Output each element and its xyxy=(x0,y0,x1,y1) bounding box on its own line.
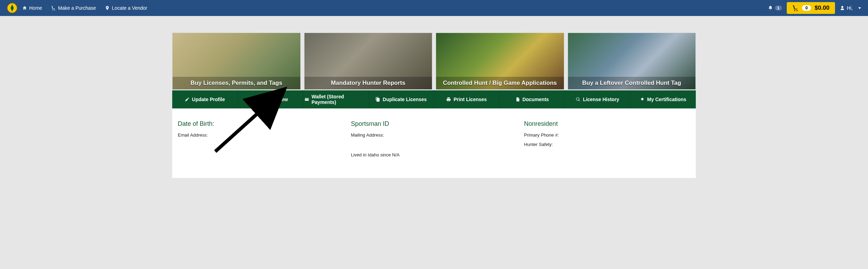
dob-heading: Date of Birth: xyxy=(178,120,344,128)
primary-nav: Home Make a Purchase Locate a Vendor xyxy=(22,5,768,11)
feature-tiles: Buy Licenses, Permits, and Tags Mandator… xyxy=(172,33,696,90)
cart-total: $0.00 xyxy=(815,5,829,11)
user-icon xyxy=(840,6,845,10)
action-label: License History xyxy=(583,97,619,102)
action-label: Print Licenses xyxy=(453,97,487,102)
badge-icon xyxy=(640,97,645,102)
tile-caption: Buy Licenses, Permits, and Tags xyxy=(173,77,300,89)
greeting-label: Hi, xyxy=(847,5,853,11)
cart-icon xyxy=(51,6,56,10)
profile-col-1: Date of Birth: Email Address: xyxy=(178,120,344,164)
nav-purchase-label: Make a Purchase xyxy=(58,5,96,11)
home-icon xyxy=(22,6,27,10)
tile-caption: Controlled Hunt / Big Game Applications xyxy=(436,77,564,89)
action-bar: Update Profile Auto Renew Wallet (Stored… xyxy=(172,90,696,108)
action-update-profile[interactable]: Update Profile xyxy=(172,90,238,108)
gear-icon xyxy=(252,97,257,102)
cart-count: 0 xyxy=(802,5,811,11)
action-auto-renew[interactable]: Auto Renew xyxy=(238,90,303,108)
page-content: Buy Licenses, Permits, and Tags Mandator… xyxy=(172,16,696,178)
notifications-button[interactable]: 1 xyxy=(768,6,782,10)
sportsman-heading: Sportsman ID xyxy=(351,120,517,128)
safety-label: Hunter Safety: xyxy=(524,142,690,147)
search-icon xyxy=(576,97,581,102)
nav-home[interactable]: Home xyxy=(22,5,42,11)
nav-home-label: Home xyxy=(29,5,42,11)
action-label: Duplicate Licenses xyxy=(383,97,427,102)
user-menu[interactable]: Hi, xyxy=(840,5,861,11)
bell-icon xyxy=(768,6,773,10)
credit-card-icon xyxy=(304,97,309,102)
mailing-label: Mailing Address: xyxy=(351,132,517,138)
profile-panel: Date of Birth: Email Address: Sportsman … xyxy=(172,108,696,178)
chevron-down-icon xyxy=(858,7,861,9)
action-duplicate[interactable]: Duplicate Licenses xyxy=(369,90,434,108)
action-history[interactable]: License History xyxy=(565,90,631,108)
action-label: Update Profile xyxy=(192,97,225,102)
print-icon xyxy=(446,97,451,102)
action-label: Wallet (Stored Payments) xyxy=(311,94,367,105)
action-wallet[interactable]: Wallet (Stored Payments) xyxy=(303,90,369,108)
map-pin-icon xyxy=(105,6,110,10)
action-label: Documents xyxy=(523,97,549,102)
cart-icon xyxy=(792,5,799,11)
profile-col-3: Nonresident Primary Phone #: Hunter Safe… xyxy=(524,120,690,164)
document-icon xyxy=(515,97,520,102)
cart-button[interactable]: 0 $0.00 xyxy=(787,2,835,14)
top-navbar: Home Make a Purchase Locate a Vendor 1 0… xyxy=(0,0,868,16)
notifications-count: 1 xyxy=(775,6,782,10)
tile-leftover-tag[interactable]: Buy a Leftover Controlled Hunt Tag xyxy=(568,33,696,90)
tile-hunter-reports[interactable]: Mandatory Hunter Reports xyxy=(304,33,433,90)
nav-vendor[interactable]: Locate a Vendor xyxy=(105,5,147,11)
phone-label: Primary Phone #: xyxy=(524,132,690,138)
action-print[interactable]: Print Licenses xyxy=(434,90,500,108)
profile-col-2: Sportsman ID Mailing Address: Lived in I… xyxy=(351,120,517,164)
residency-heading: Nonresident xyxy=(524,120,690,128)
header-right: 1 0 $0.00 Hi, xyxy=(768,2,861,14)
agency-logo xyxy=(7,3,17,13)
action-label: My Certifications xyxy=(647,97,686,102)
action-certifications[interactable]: My Certifications xyxy=(631,90,696,108)
nav-purchase[interactable]: Make a Purchase xyxy=(51,5,96,11)
edit-icon xyxy=(185,97,190,102)
copy-icon xyxy=(375,97,380,102)
action-label: Auto Renew xyxy=(260,97,288,102)
tile-controlled-hunt[interactable]: Controlled Hunt / Big Game Applications xyxy=(436,33,564,90)
action-documents[interactable]: Documents xyxy=(500,90,565,108)
tile-caption: Mandatory Hunter Reports xyxy=(304,77,432,89)
tile-buy-licenses[interactable]: Buy Licenses, Permits, and Tags xyxy=(172,33,301,90)
nav-vendor-label: Locate a Vendor xyxy=(112,5,147,11)
tile-caption: Buy a Leftover Controlled Hunt Tag xyxy=(568,77,696,89)
email-label: Email Address: xyxy=(178,132,344,138)
lived-since: Lived in Idaho since N/A xyxy=(351,152,517,157)
